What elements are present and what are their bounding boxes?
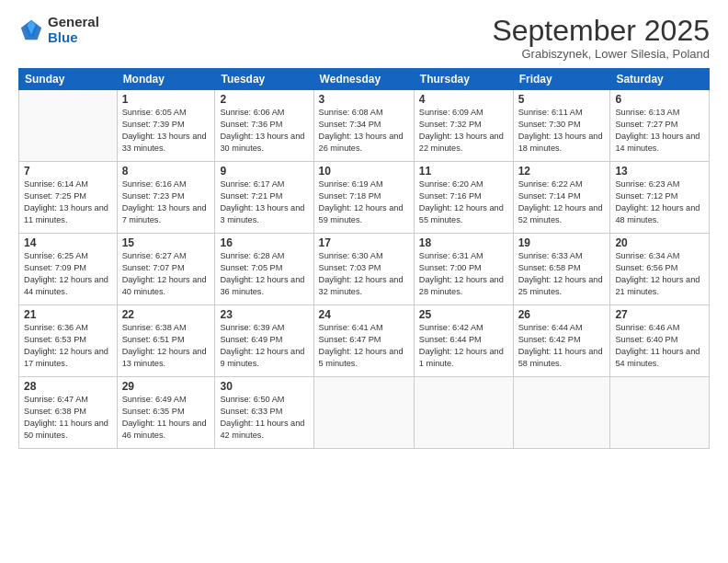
day-number: 28	[24, 380, 112, 393]
day-info: Sunrise: 6:13 AMSunset: 7:27 PMDaylight:…	[615, 107, 704, 155]
weekday-header: Sunday	[19, 69, 118, 90]
day-number: 11	[419, 165, 508, 178]
header: General Blue September 2025 Grabiszynek,…	[18, 15, 710, 61]
calendar-cell: 29Sunrise: 6:49 AMSunset: 6:35 PMDayligh…	[117, 377, 215, 449]
day-number: 7	[24, 165, 112, 178]
calendar-cell: 23Sunrise: 6:39 AMSunset: 6:49 PMDayligh…	[215, 305, 313, 377]
day-info: Sunrise: 6:49 AMSunset: 6:35 PMDaylight:…	[122, 394, 210, 442]
calendar-cell: 30Sunrise: 6:50 AMSunset: 6:33 PMDayligh…	[215, 377, 313, 449]
day-number: 27	[615, 308, 704, 321]
calendar-cell	[19, 90, 118, 162]
day-number: 30	[220, 380, 308, 393]
day-number: 2	[220, 93, 308, 106]
calendar-cell: 11Sunrise: 6:20 AMSunset: 7:16 PMDayligh…	[414, 162, 513, 234]
day-info: Sunrise: 6:22 AMSunset: 7:14 PMDaylight:…	[518, 178, 606, 226]
day-info: Sunrise: 6:34 AMSunset: 6:56 PMDaylight:…	[615, 250, 704, 298]
day-number: 5	[518, 93, 606, 106]
day-number: 13	[615, 165, 704, 178]
calendar-table: SundayMondayTuesdayWednesdayThursdayFrid…	[18, 68, 710, 449]
day-info: Sunrise: 6:39 AMSunset: 6:49 PMDaylight:…	[220, 322, 308, 370]
day-info: Sunrise: 6:46 AMSunset: 6:40 PMDaylight:…	[615, 322, 704, 370]
weekday-header: Saturday	[610, 69, 710, 90]
calendar-cell	[313, 377, 414, 449]
logo-blue: Blue	[48, 30, 99, 46]
day-info: Sunrise: 6:19 AMSunset: 7:18 PMDaylight:…	[319, 178, 409, 226]
day-info: Sunrise: 6:36 AMSunset: 6:53 PMDaylight:…	[24, 322, 112, 370]
calendar-cell: 24Sunrise: 6:41 AMSunset: 6:47 PMDayligh…	[313, 305, 414, 377]
day-number: 23	[220, 308, 308, 321]
calendar-cell: 12Sunrise: 6:22 AMSunset: 7:14 PMDayligh…	[513, 162, 610, 234]
calendar-cell	[610, 377, 710, 449]
day-number: 21	[24, 308, 112, 321]
calendar-cell: 14Sunrise: 6:25 AMSunset: 7:09 PMDayligh…	[19, 234, 118, 305]
day-info: Sunrise: 6:33 AMSunset: 6:58 PMDaylight:…	[518, 250, 606, 298]
week-row: 21Sunrise: 6:36 AMSunset: 6:53 PMDayligh…	[19, 305, 710, 377]
day-info: Sunrise: 6:09 AMSunset: 7:32 PMDaylight:…	[419, 107, 508, 155]
calendar-cell: 15Sunrise: 6:27 AMSunset: 7:07 PMDayligh…	[117, 234, 215, 305]
weekday-header: Wednesday	[313, 69, 414, 90]
weekday-header: Thursday	[414, 69, 513, 90]
calendar-cell: 22Sunrise: 6:38 AMSunset: 6:51 PMDayligh…	[117, 305, 215, 377]
day-info: Sunrise: 6:38 AMSunset: 6:51 PMDaylight:…	[122, 322, 210, 370]
day-number: 29	[122, 380, 210, 393]
calendar-cell: 18Sunrise: 6:31 AMSunset: 7:00 PMDayligh…	[414, 234, 513, 305]
weekday-header: Monday	[117, 69, 215, 90]
day-info: Sunrise: 6:11 AMSunset: 7:30 PMDaylight:…	[518, 107, 606, 155]
day-number: 25	[419, 308, 508, 321]
calendar-cell: 21Sunrise: 6:36 AMSunset: 6:53 PMDayligh…	[19, 305, 118, 377]
calendar-cell: 19Sunrise: 6:33 AMSunset: 6:58 PMDayligh…	[513, 234, 610, 305]
logo: General Blue	[18, 15, 99, 45]
day-info: Sunrise: 6:28 AMSunset: 7:05 PMDaylight:…	[220, 250, 308, 298]
day-info: Sunrise: 6:47 AMSunset: 6:38 PMDaylight:…	[24, 394, 112, 442]
week-row: 1Sunrise: 6:05 AMSunset: 7:39 PMDaylight…	[19, 90, 710, 162]
day-number: 18	[419, 236, 508, 249]
weekday-header: Friday	[513, 69, 610, 90]
calendar-cell	[414, 377, 513, 449]
week-row: 7Sunrise: 6:14 AMSunset: 7:25 PMDaylight…	[19, 162, 710, 234]
day-info: Sunrise: 6:25 AMSunset: 7:09 PMDaylight:…	[24, 250, 112, 298]
calendar-cell: 26Sunrise: 6:44 AMSunset: 6:42 PMDayligh…	[513, 305, 610, 377]
calendar-cell: 25Sunrise: 6:42 AMSunset: 6:44 PMDayligh…	[414, 305, 513, 377]
day-info: Sunrise: 6:41 AMSunset: 6:47 PMDaylight:…	[319, 322, 409, 370]
day-info: Sunrise: 6:20 AMSunset: 7:16 PMDaylight:…	[419, 178, 508, 226]
day-number: 6	[615, 93, 704, 106]
day-info: Sunrise: 6:50 AMSunset: 6:33 PMDaylight:…	[220, 394, 308, 442]
logo-text: General Blue	[48, 15, 99, 45]
logo-general: General	[48, 15, 99, 30]
calendar-cell: 17Sunrise: 6:30 AMSunset: 7:03 PMDayligh…	[313, 234, 414, 305]
day-info: Sunrise: 6:17 AMSunset: 7:21 PMDaylight:…	[220, 178, 308, 226]
day-info: Sunrise: 6:30 AMSunset: 7:03 PMDaylight:…	[319, 250, 409, 298]
day-number: 4	[419, 93, 508, 106]
calendar-cell: 13Sunrise: 6:23 AMSunset: 7:12 PMDayligh…	[610, 162, 710, 234]
calendar-cell: 27Sunrise: 6:46 AMSunset: 6:40 PMDayligh…	[610, 305, 710, 377]
logo-icon	[18, 17, 44, 43]
weekday-header: Tuesday	[215, 69, 313, 90]
calendar-cell: 4Sunrise: 6:09 AMSunset: 7:32 PMDaylight…	[414, 90, 513, 162]
calendar-cell: 5Sunrise: 6:11 AMSunset: 7:30 PMDaylight…	[513, 90, 610, 162]
day-number: 14	[24, 236, 112, 249]
calendar-cell: 20Sunrise: 6:34 AMSunset: 6:56 PMDayligh…	[610, 234, 710, 305]
day-info: Sunrise: 6:16 AMSunset: 7:23 PMDaylight:…	[122, 178, 210, 226]
month-title: September 2025	[492, 15, 710, 47]
day-number: 22	[122, 308, 210, 321]
calendar-cell: 3Sunrise: 6:08 AMSunset: 7:34 PMDaylight…	[313, 90, 414, 162]
day-number: 3	[319, 93, 409, 106]
day-number: 10	[319, 165, 409, 178]
day-info: Sunrise: 6:06 AMSunset: 7:36 PMDaylight:…	[220, 107, 308, 155]
day-number: 15	[122, 236, 210, 249]
day-number: 8	[122, 165, 210, 178]
calendar-cell	[513, 377, 610, 449]
calendar-cell: 16Sunrise: 6:28 AMSunset: 7:05 PMDayligh…	[215, 234, 313, 305]
day-info: Sunrise: 6:42 AMSunset: 6:44 PMDaylight:…	[419, 322, 508, 370]
day-info: Sunrise: 6:27 AMSunset: 7:07 PMDaylight:…	[122, 250, 210, 298]
day-number: 24	[319, 308, 409, 321]
day-number: 12	[518, 165, 606, 178]
calendar-cell: 10Sunrise: 6:19 AMSunset: 7:18 PMDayligh…	[313, 162, 414, 234]
day-info: Sunrise: 6:44 AMSunset: 6:42 PMDaylight:…	[518, 322, 606, 370]
day-number: 19	[518, 236, 606, 249]
day-number: 1	[122, 93, 210, 106]
calendar-cell: 2Sunrise: 6:06 AMSunset: 7:36 PMDaylight…	[215, 90, 313, 162]
day-number: 20	[615, 236, 704, 249]
day-number: 9	[220, 165, 308, 178]
location-subtitle: Grabiszynek, Lower Silesia, Poland	[492, 47, 710, 61]
